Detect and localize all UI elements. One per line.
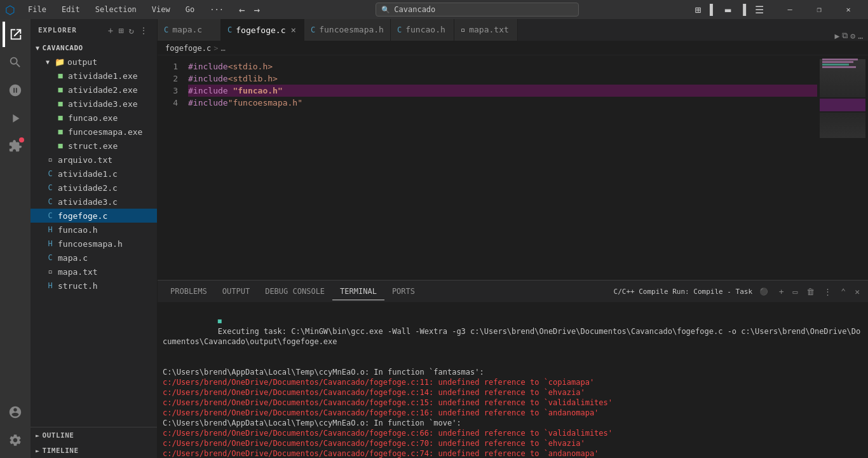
panel-close-btn[interactable]: ✕ [851,285,863,298]
tab-mapatxt[interactable]: ▫ mapa.txt [454,19,518,41]
file-funcoesmaph[interactable]: H funcoesmapa.h [31,237,157,251]
tab-ports[interactable]: PORTS [384,283,423,300]
maximize-btn[interactable]: ❐ [804,0,834,19]
run-icon[interactable]: ▶ [835,31,840,41]
nav-forward[interactable]: → [250,4,264,16]
search-input-wrap[interactable]: 🔍 Cavancado [376,3,579,17]
menu-view[interactable]: View [148,4,174,15]
file-funcoesmapaexe[interactable]: ■ funcoesmapa.exe [31,125,157,139]
file-atividade2c[interactable]: C atividade2.c [31,181,157,195]
editor-more-icon[interactable]: … [858,31,863,41]
terminal-blank-1 [163,357,863,367]
file-funcaoh[interactable]: H funcao.h [31,223,157,237]
terminal-content[interactable]: ■ Executing task: C:\MinGW\bin\gcc.exe -… [158,303,868,458]
collapse-icon[interactable]: ⋮ [138,24,149,37]
tab-terminal[interactable]: TERMINAL [332,283,384,300]
outline-section[interactable]: ► OUTLINE [31,427,157,443]
customize[interactable]: ☰ [751,4,768,16]
breadcrumb-more[interactable]: … [220,44,225,53]
search-bar: 🔍 Cavancado [271,3,683,17]
panel: PROBLEMS OUTPUT DEBUG CONSOLE TERMINAL P… [158,280,868,458]
panel-maximize-btn[interactable]: ⌃ [837,285,849,298]
activity-git[interactable] [3,78,28,103]
tab-fogefogec[interactable]: C fogefoge.c × [221,19,304,41]
file-atividade2exe[interactable]: ■ atividade2.exe [31,83,157,97]
menu-selection[interactable]: Selection [92,4,140,15]
activity-settings[interactable] [3,427,28,453]
activity-account[interactable] [3,399,28,425]
task-stop-icon[interactable]: ⚫ [759,288,768,296]
file-arquivotxt[interactable]: ▫ arquivo.txt [31,153,157,167]
file-atividade3exe[interactable]: ■ atividade3.exe [31,97,157,111]
file-atividade1exe[interactable]: ■ atividade1.exe [31,69,157,83]
tab-fogefogec-icon: C [227,25,232,34]
window-controls: — ❐ ✕ [775,0,863,19]
file-structexe[interactable]: ■ struct.exe [31,139,157,153]
menu-edit[interactable]: Edit [58,4,84,15]
tab-fogefogec-close[interactable]: × [290,24,297,36]
main-container: EXPLORER + ⊞ ↻ ⋮ ▼ CAVANCADO ▼ 📁 output [0,19,868,458]
sidebar-toggle[interactable]: ▌ [706,4,720,16]
menu-file[interactable]: File [24,4,50,15]
file-fogefogec-label: fogefoge.c [58,211,107,221]
panel-toggle[interactable]: ▬ [721,4,735,16]
tab-funcoesmaph[interactable]: C funcoesmapa.h [304,19,391,41]
tab-problems[interactable]: PROBLEMS [163,283,215,300]
h-icon-3: H [46,281,55,290]
vscode-icon: ⬡ [5,3,15,17]
activity-extensions[interactable] [3,134,28,159]
code-line-3: #include "funcao.h" [188,85,868,97]
new-file-icon[interactable]: + [107,24,114,37]
code-line-2: #include <stdlib.h> [188,73,868,85]
tab-debug-console[interactable]: DEBUG CONSOLE [257,283,332,300]
tab-mapac[interactable]: C mapa.c [158,19,221,41]
panel-split-btn[interactable]: ▭ [790,285,801,298]
refresh-icon[interactable]: ↻ [128,24,135,37]
tabs-bar: C mapa.c C fogefoge.c × C funcoesmapa.h … [158,19,868,41]
activity-debug[interactable] [3,106,28,131]
panel-trash-btn[interactable]: 🗑 [803,285,818,298]
terminal-err-3: c:/Users/brend/OneDrive/Documentos/Cavan… [163,398,863,408]
new-folder-icon[interactable]: ⊞ [117,24,125,37]
sidebar-header-icons: + ⊞ ↻ ⋮ [107,24,149,37]
c-icon-active: C [46,211,55,220]
code-editor[interactable]: 1 2 3 4 #include <stdio.h> #include <std… [158,55,868,280]
file-atividade3c[interactable]: C atividade3.c [31,195,157,209]
menu-go[interactable]: Go [182,4,198,15]
title-bar: ⬡ File Edit Selection View Go ··· ← → 🔍 … [0,0,868,19]
file-atividade1c[interactable]: C atividade1.c [31,167,157,181]
file-mapac[interactable]: C mapa.c [31,251,157,265]
menu-more[interactable]: ··· [206,4,227,15]
minimize-btn[interactable]: — [775,0,804,19]
panel-add-btn[interactable]: + [776,285,787,298]
file-fogefogec[interactable]: C fogefoge.c [31,209,157,223]
executing-icon: ■ [218,317,222,324]
layout-icon[interactable]: ⊞ [691,4,705,16]
activity-bar [0,19,31,458]
folder-output[interactable]: ▼ 📁 output [31,55,157,69]
tab-funcaoh-icon: C [397,25,402,34]
panel-more-btn[interactable]: ⋮ [820,285,835,298]
file-structh[interactable]: H struct.h [31,279,157,293]
activity-search[interactable] [3,50,28,75]
split-editor-icon[interactable]: ⧉ [842,31,848,41]
terminal-fn-move: C:\Users\brend\AppData\Local\Temp\ccyMnE… [163,418,863,428]
editor-actions: ▶ ⧉ ⚙ … [830,31,868,41]
timeline-label: TIMELINE [43,447,79,455]
tab-output[interactable]: OUTPUT [215,283,257,300]
file-funcaoexe[interactable]: ■ funcao.exe [31,111,157,125]
close-btn[interactable]: ✕ [834,0,863,19]
project-folder[interactable]: ▼ CAVANCADO [31,41,157,55]
extensions-badge [19,137,24,142]
activity-explorer[interactable] [3,22,28,47]
c-icon-4: C [46,253,55,262]
terminal-err-7: c:/Users/brend/OneDrive/Documentos/Cavan… [163,448,863,458]
breadcrumb-file[interactable]: fogefoge.c [165,44,211,53]
tab-funcaoh[interactable]: C funcao.h [391,19,454,41]
nav-back[interactable]: ← [235,4,249,16]
panel-right[interactable]: ▐ [736,4,750,16]
timeline-section[interactable]: ► TIMELINE [31,443,157,458]
editor-settings-icon[interactable]: ⚙ [850,31,855,41]
file-mapatxt[interactable]: ▫ mapa.txt [31,265,157,279]
code-content[interactable]: #include <stdio.h> #include <stdlib.h> #… [183,55,868,280]
